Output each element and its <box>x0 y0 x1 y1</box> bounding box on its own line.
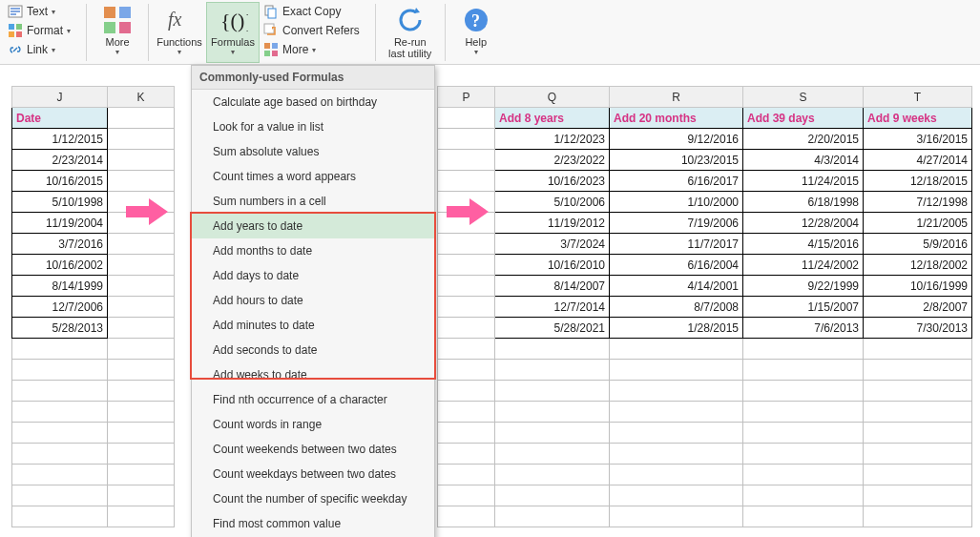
cell[interactable]: 11/24/2015 <box>743 171 864 192</box>
cell[interactable]: 9/12/2016 <box>610 129 743 150</box>
cell[interactable]: 7/19/2006 <box>610 213 743 234</box>
column-header[interactable]: K <box>108 87 175 108</box>
cell[interactable] <box>438 360 495 381</box>
menu-item[interactable]: Count times a word appears <box>192 164 434 189</box>
cell[interactable] <box>438 318 495 339</box>
cell[interactable] <box>108 506 175 527</box>
cell[interactable] <box>12 360 108 381</box>
cell[interactable] <box>438 150 495 171</box>
rerun-button[interactable]: Re-run last utility <box>380 2 441 63</box>
cell[interactable]: 7/6/2013 <box>743 318 864 339</box>
cell[interactable]: 1/21/2005 <box>864 213 972 234</box>
cell[interactable] <box>108 360 175 381</box>
text-dropdown[interactable]: Text ▾ <box>4 2 74 21</box>
cell[interactable] <box>438 506 495 527</box>
menu-item[interactable]: Add months to date <box>192 238 434 263</box>
cell[interactable] <box>12 339 108 360</box>
cell[interactable] <box>12 423 108 444</box>
cell[interactable] <box>610 444 743 465</box>
cell[interactable]: 2/23/2022 <box>495 150 610 171</box>
cell[interactable]: 6/16/2017 <box>610 171 743 192</box>
cell[interactable] <box>610 423 743 444</box>
cell[interactable] <box>495 423 610 444</box>
cell[interactable] <box>495 465 610 485</box>
cell[interactable]: 1/15/2007 <box>743 297 864 318</box>
cell[interactable] <box>743 444 864 465</box>
column-header[interactable]: S <box>743 87 864 108</box>
cell[interactable]: 12/7/2006 <box>12 297 108 318</box>
cell[interactable] <box>438 485 495 506</box>
cell[interactable] <box>438 297 495 318</box>
cell[interactable]: 9/22/1999 <box>743 276 864 297</box>
more-dropdown-2[interactable]: More ▾ <box>260 40 364 59</box>
menu-item[interactable]: Count weekdays between two dates <box>192 462 434 486</box>
cell[interactable] <box>610 465 743 485</box>
menu-item[interactable]: Calculate age based on birthday <box>192 90 434 114</box>
cell[interactable]: 5/10/1998 <box>12 192 108 213</box>
cell[interactable] <box>610 339 743 360</box>
cell[interactable]: 12/28/2004 <box>743 213 864 234</box>
cell[interactable] <box>438 444 495 465</box>
cell[interactable] <box>438 108 495 129</box>
cell[interactable] <box>743 423 864 444</box>
cell[interactable] <box>495 360 610 381</box>
cell[interactable]: 5/28/2013 <box>12 318 108 339</box>
cell[interactable] <box>495 339 610 360</box>
cell[interactable]: 4/27/2014 <box>864 150 972 171</box>
cell[interactable]: 4/15/2016 <box>743 234 864 255</box>
cell[interactable] <box>864 402 972 423</box>
cell[interactable] <box>438 234 495 255</box>
cell[interactable] <box>12 402 108 423</box>
cell[interactable] <box>743 485 864 506</box>
menu-item[interactable]: Find nth occurrence of a character <box>192 387 434 412</box>
format-dropdown[interactable]: Format ▾ <box>4 21 74 40</box>
cell[interactable] <box>864 381 972 402</box>
cell[interactable]: 11/7/2017 <box>610 234 743 255</box>
menu-item[interactable]: Sum absolute values <box>192 139 434 164</box>
menu-item[interactable]: Add hours to date <box>192 288 434 313</box>
menu-item[interactable]: Count the number of specific weekday <box>192 486 434 511</box>
cell[interactable] <box>108 234 175 255</box>
cell[interactable] <box>108 276 175 297</box>
more-button-1[interactable]: More ▾ <box>91 2 144 63</box>
menu-item[interactable]: Sum numbers in a cell <box>192 189 434 214</box>
cell[interactable] <box>743 339 864 360</box>
cell[interactable]: 5/9/2016 <box>864 234 972 255</box>
menu-item[interactable]: Add days to date <box>192 263 434 288</box>
cell[interactable] <box>438 129 495 150</box>
cell[interactable] <box>438 276 495 297</box>
cell[interactable]: 11/24/2002 <box>743 255 864 276</box>
cell[interactable]: 6/18/1998 <box>743 192 864 213</box>
menu-item[interactable]: Count weekends between two dates <box>192 437 434 462</box>
functions-button[interactable]: fx Functions ▾ <box>153 2 206 63</box>
cell[interactable] <box>610 381 743 402</box>
cell[interactable]: 8/14/2007 <box>495 276 610 297</box>
cell[interactable]: 5/10/2006 <box>495 192 610 213</box>
cell[interactable] <box>495 402 610 423</box>
cell[interactable] <box>438 402 495 423</box>
cell[interactable]: 2/23/2014 <box>12 150 108 171</box>
cell[interactable] <box>610 402 743 423</box>
cell[interactable] <box>108 171 175 192</box>
cell[interactable] <box>12 465 108 485</box>
menu-item[interactable]: Add weeks to date <box>192 362 434 387</box>
cell[interactable]: 10/16/2010 <box>495 255 610 276</box>
convert-refers-button[interactable]: Convert Refers <box>260 21 364 40</box>
cell[interactable]: 3/7/2016 <box>12 234 108 255</box>
cell[interactable] <box>495 506 610 527</box>
cell[interactable]: 11/19/2004 <box>12 213 108 234</box>
cell[interactable] <box>108 255 175 276</box>
cell[interactable]: 7/30/2013 <box>864 318 972 339</box>
cell[interactable] <box>495 444 610 465</box>
cell[interactable] <box>438 339 495 360</box>
cell[interactable]: 8/7/2008 <box>610 297 743 318</box>
menu-item[interactable]: Add years to date <box>192 214 434 238</box>
column-header[interactable]: T <box>864 87 972 108</box>
cell[interactable] <box>438 381 495 402</box>
cell[interactable] <box>108 402 175 423</box>
cell[interactable] <box>743 506 864 527</box>
exact-copy-button[interactable]: Exact Copy <box>260 2 364 21</box>
cell[interactable] <box>495 381 610 402</box>
cell[interactable]: 12/18/2002 <box>864 255 972 276</box>
menu-item[interactable]: Find most common value <box>192 511 434 536</box>
